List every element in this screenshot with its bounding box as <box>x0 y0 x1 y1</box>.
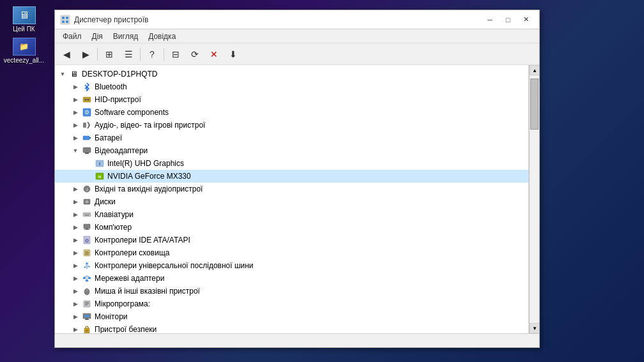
device-tree[interactable]: 🖥 DESKTOP-D1PHQTD Bluetooth <box>55 65 529 333</box>
intel-icon: i <box>95 158 105 169</box>
tree-item-network[interactable]: Мережеві адаптери <box>55 272 528 285</box>
tree-item-video[interactable]: Відеоадаптери <box>55 144 528 157</box>
tree-item-ide[interactable]: Контролери IDE ATA/ATAPI <box>55 234 528 246</box>
device-manager-window: Диспетчер пристроїв ─ □ ✕ Файл Дія Вигля… <box>54 10 540 348</box>
this-pc-icon: 🖥 <box>13 6 36 24</box>
desktop-icons: 🖥 Цей ПК 📁 vecteezy_all... <box>6 6 42 64</box>
svg-rect-5 <box>83 97 91 102</box>
vertical-scrollbar[interactable]: ▲ ▼ <box>529 65 539 333</box>
tree-item-audio2[interactable]: ♪ Вхідні та вихідні аудіопристрої <box>55 183 528 195</box>
usb-expand[interactable] <box>70 260 80 271</box>
storage-icon <box>82 248 92 258</box>
svg-rect-28 <box>85 215 89 216</box>
tree-item-monitors[interactable]: Монітори <box>55 310 528 323</box>
window-title: Диспетчер пристроїв <box>74 15 534 24</box>
tree-item-usb[interactable]: Контролери універсальної послідовної шин… <box>55 259 528 272</box>
tree-item-security[interactable]: Пристрої безпеки <box>55 323 528 333</box>
toolbar-separator-3 <box>164 48 164 61</box>
tree-item-nvidia[interactable]: N NVIDIA GeForce MX330 <box>55 170 528 183</box>
menu-help[interactable]: Довідка <box>143 31 181 42</box>
video-expand[interactable] <box>70 146 80 156</box>
mouse-expand[interactable] <box>70 286 80 296</box>
maximize-button[interactable]: □ <box>500 13 516 27</box>
battery-expand[interactable] <box>70 133 80 143</box>
computer-expand[interactable] <box>70 222 80 232</box>
svg-rect-37 <box>85 253 89 253</box>
tree-item-computer[interactable]: Комп'ютер <box>55 221 528 234</box>
bluetooth-label: Bluetooth <box>95 82 127 91</box>
hid-expand[interactable] <box>70 94 80 105</box>
tree-item-keyboard[interactable]: Клавіатури <box>55 208 528 221</box>
svg-rect-3 <box>62 20 65 23</box>
svg-rect-10 <box>83 123 86 128</box>
svg-rect-11 <box>83 136 89 140</box>
desktop-icon-this-pc[interactable]: 🖥 Цей ПК <box>6 6 42 33</box>
menu-action[interactable]: Дія <box>87 31 108 42</box>
network-icon <box>82 273 92 283</box>
monitors-label: Монітори <box>95 312 128 321</box>
window-icon <box>60 15 70 25</box>
menu-view[interactable]: Вигляд <box>108 31 143 42</box>
minimize-button[interactable]: ─ <box>482 13 498 27</box>
nvidia-expand <box>83 171 93 181</box>
desktop-icon-vecteezy[interactable]: 📁 vecteezy_all... <box>6 38 42 64</box>
status-bar <box>55 333 539 347</box>
this-pc-label: Цей ПК <box>13 26 34 33</box>
update-button[interactable]: ⬇ <box>224 46 242 63</box>
tree-item-disks[interactable]: Диски <box>55 195 528 208</box>
tree-item-storage[interactable]: Контролери сховища <box>55 246 528 259</box>
scroll-thumb[interactable] <box>530 79 539 130</box>
network-expand[interactable] <box>70 273 80 283</box>
bluetooth-expand[interactable] <box>70 82 80 92</box>
list-button[interactable]: ☰ <box>119 46 137 63</box>
svg-rect-29 <box>84 224 90 229</box>
keyboard-expand[interactable] <box>70 209 80 220</box>
video-label: Відеоадаптери <box>95 146 148 155</box>
disks-label: Диски <box>95 197 116 206</box>
security-expand[interactable] <box>70 324 80 333</box>
menu-file[interactable]: Файл <box>57 31 87 42</box>
tree-item-software[interactable]: ⚙ Software components <box>55 106 528 119</box>
nvidia-label: NVIDIA GeForce MX330 <box>107 172 191 181</box>
back-button[interactable]: ◀ <box>57 46 75 63</box>
usb-icon <box>82 260 92 271</box>
svg-rect-25 <box>84 214 86 215</box>
scroll-down-button[interactable]: ▼ <box>530 323 539 333</box>
firmware-icon <box>82 299 92 309</box>
scroll-track[interactable] <box>530 75 539 323</box>
firmware-label: Мікропрограма: <box>95 299 150 308</box>
disks-expand[interactable] <box>70 197 80 207</box>
audio2-label: Вхідні та вихідні аудіопристрої <box>95 185 203 193</box>
svg-text:N: N <box>98 175 101 179</box>
ide-expand[interactable] <box>70 235 80 245</box>
refresh-button[interactable]: ⟳ <box>186 46 204 63</box>
firmware-expand[interactable] <box>70 299 80 309</box>
svg-rect-40 <box>86 280 88 282</box>
network-label: Мережеві адаптери <box>95 274 164 283</box>
tree-item-hid[interactable]: HID-пристрої <box>55 93 528 106</box>
help-button[interactable]: ? <box>143 46 161 63</box>
properties-button[interactable]: ⊟ <box>167 46 185 63</box>
forward-button[interactable]: ▶ <box>77 46 95 63</box>
scroll-up-button[interactable]: ▲ <box>530 65 539 75</box>
svg-point-53 <box>86 330 88 331</box>
uninstall-button[interactable]: ✕ <box>205 46 223 63</box>
computer-icon: 🖥 <box>69 69 79 79</box>
audio-expand[interactable] <box>70 120 80 130</box>
tree-item-mouse[interactable]: Миша й інші вказівні пристрої <box>55 285 528 298</box>
tree-root[interactable]: 🖥 DESKTOP-D1PHQTD <box>55 68 528 80</box>
tree-item-intel[interactable]: i Intel(R) UHD Graphics <box>55 157 528 170</box>
tree-item-battery[interactable]: Батареї <box>55 132 528 144</box>
storage-expand[interactable] <box>70 248 80 258</box>
nvidia-icon: N <box>95 171 105 181</box>
close-button[interactable]: ✕ <box>518 13 534 27</box>
root-expand-icon[interactable] <box>57 69 68 79</box>
software-expand[interactable] <box>70 107 80 117</box>
svg-rect-50 <box>86 319 88 319</box>
tree-item-bluetooth[interactable]: Bluetooth <box>55 80 528 93</box>
tree-item-audio[interactable]: Аудіо-, відео- та ігрові пристрої <box>55 119 528 132</box>
tree-item-firmware[interactable]: Мікропрограма: <box>55 298 528 310</box>
show-button[interactable]: ⊞ <box>100 46 118 63</box>
monitors-expand[interactable] <box>70 312 80 322</box>
audio2-expand[interactable] <box>70 184 80 194</box>
